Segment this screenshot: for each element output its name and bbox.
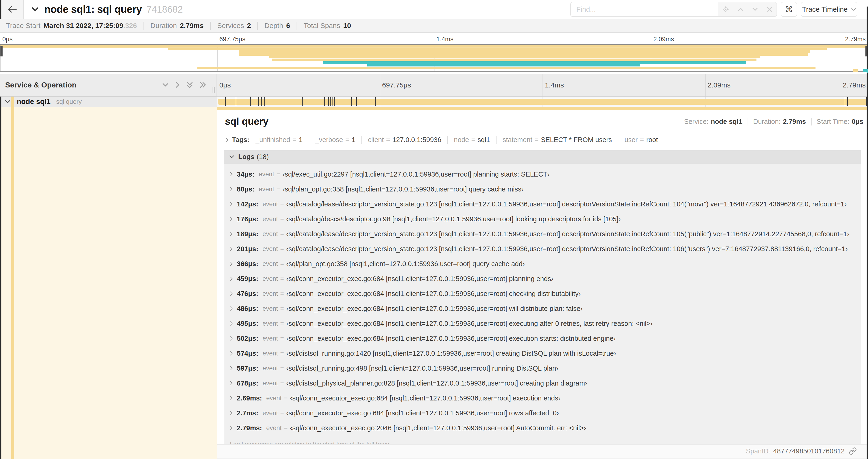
find-controls: [718, 2, 777, 16]
log-field-name: event: [262, 201, 278, 208]
log-event-marker: [351, 97, 352, 106]
log-entry-row[interactable]: 678μs: event = ‹sql/distsql_physical_pla…: [224, 376, 861, 391]
trace-title: node sql1: sql query: [44, 3, 142, 15]
trace-view-label: Trace Timeline: [802, 5, 848, 13]
timeline-tick-label: 1.4ms: [436, 36, 454, 43]
chevron-down-icon[interactable]: [229, 155, 235, 159]
chevron-right-icon[interactable]: [229, 425, 233, 431]
log-value: ‹sql/distsql_running.go:498 [nsql1,clien…: [286, 365, 558, 372]
minimap-span: [272, 59, 756, 61]
log-entry-row[interactable]: 495μs: event = ‹sql/conn_executor_exec.g…: [224, 316, 861, 331]
tag-equals: =: [532, 136, 541, 143]
logs-count: (18): [257, 153, 269, 161]
tag-equals: =: [290, 136, 299, 143]
summary-label: Total Spans: [304, 22, 340, 30]
logs-list: 34μs: event = ‹sql/exec_util.go:2297 [ns…: [224, 163, 861, 455]
minimap-drag-handle-left[interactable]: [0, 46, 3, 57]
log-equals: =: [278, 216, 286, 223]
log-entry-row[interactable]: 574μs: event = ‹sql/distsql_running.go:1…: [224, 346, 861, 361]
chevron-right-icon[interactable]: [229, 321, 233, 326]
log-entry-row[interactable]: 2.7ms: event = ‹sql/conn_executor_exec.g…: [224, 405, 861, 421]
expand-all-icon[interactable]: [199, 81, 206, 88]
logs-title: Logs: [238, 153, 254, 161]
prev-match-icon[interactable]: [737, 7, 744, 12]
trace-summary-item: Duration 2.79ms: [144, 22, 204, 30]
tag-item: node=sql1: [447, 136, 490, 144]
chevron-right-icon[interactable]: [229, 231, 233, 236]
log-value: ‹sql/conn_executor_exec.go:684 [nsql1,cl…: [286, 409, 559, 417]
chevron-right-icon[interactable]: [229, 172, 233, 177]
log-equals: =: [274, 171, 283, 178]
find-input[interactable]: [571, 2, 718, 16]
timeline-tick-label: 0μs: [2, 36, 12, 43]
chevron-right-icon[interactable]: [229, 396, 233, 401]
span-row: node sql1 sql query: [0, 97, 868, 107]
page-scrollbar[interactable]: [867, 6, 868, 459]
focus-match-icon[interactable]: [722, 6, 729, 13]
log-entry-row[interactable]: 142μs: event = ‹sql/catalog/lease/descri…: [224, 197, 861, 211]
tags-label: Tags:: [232, 136, 249, 144]
chevron-right-icon[interactable]: [225, 137, 229, 143]
back-button[interactable]: [1, 0, 24, 19]
log-entry-row[interactable]: 201μs: event = ‹sql/catalog/lease/descri…: [224, 241, 861, 256]
chevron-right-icon[interactable]: [229, 411, 233, 416]
log-entry-row[interactable]: 597μs: event = ‹sql/distsql_running.go:4…: [224, 361, 861, 376]
chevron-right-icon[interactable]: [229, 217, 233, 222]
chevron-right-icon[interactable]: [229, 366, 233, 371]
log-entry-row[interactable]: 2.69ms: event = ‹sql/conn_executor_exec.…: [224, 391, 861, 405]
chevron-right-icon[interactable]: [229, 187, 233, 192]
chevron-right-icon[interactable]: [229, 276, 233, 281]
chevron-right-icon[interactable]: [229, 201, 233, 207]
span-id-value: 4877749850101760812: [773, 447, 845, 455]
log-entry-row[interactable]: 80μs: event = ‹sql/plan_opt.go:358 [nsql…: [224, 182, 861, 197]
log-field-name: event: [262, 409, 278, 417]
next-match-icon[interactable]: [752, 7, 758, 12]
log-field-name: event: [262, 380, 278, 387]
column-resizer[interactable]: [213, 87, 215, 93]
chevron-right-icon[interactable]: [229, 261, 233, 266]
tags-section[interactable]: Tags: _unfinished=1 _verbose=1 client=12…: [217, 131, 868, 147]
log-entry-row[interactable]: 366μs: event = ‹sql/plan_opt.go:358 [nsq…: [224, 256, 861, 271]
log-value: ‹sql/catalog/lease/descriptor_version_st…: [286, 200, 847, 208]
chevron-right-icon[interactable]: [229, 381, 233, 386]
expand-one-icon[interactable]: [175, 81, 180, 88]
clear-find-icon[interactable]: [767, 6, 773, 12]
trace-view-selector[interactable]: Trace Timeline: [801, 2, 857, 17]
span-row-name-cell[interactable]: node sql1 sql query: [0, 97, 217, 107]
chevron-down-icon[interactable]: [31, 6, 39, 12]
log-entry-row[interactable]: 2.79ms: event = ‹sql/conn_executor_exec.…: [224, 421, 861, 435]
keyboard-shortcuts-button[interactable]: ⌘: [781, 2, 797, 17]
minimap-span: [239, 53, 808, 56]
chevron-right-icon[interactable]: [229, 351, 233, 356]
log-timestamp: 2.69ms:: [237, 394, 262, 402]
logs-header[interactable]: Logs (18): [224, 151, 861, 163]
log-value: ‹sql/plan_opt.go:358 [nsql1,client=127.0…: [283, 186, 524, 193]
log-value: ‹sql/distsql_physical_planner.go:828 [ns…: [286, 380, 587, 387]
operation-name: sql query: [56, 98, 82, 105]
log-entry-row[interactable]: 34μs: event = ‹sql/exec_util.go:2297 [ns…: [224, 167, 861, 182]
log-equals: =: [282, 424, 290, 432]
log-entry-row[interactable]: 189μs: event = ‹sql/catalog/lease/descri…: [224, 226, 861, 241]
log-equals: =: [278, 230, 286, 238]
log-entry-row[interactable]: 486μs: event = ‹sql/conn_executor_exec.g…: [224, 301, 861, 316]
log-field-name: event: [259, 171, 274, 178]
chevron-right-icon[interactable]: [229, 336, 233, 341]
link-icon[interactable]: [849, 447, 857, 455]
log-timestamp: 574μs:: [237, 350, 258, 357]
collapse-all-icon[interactable]: [186, 81, 193, 88]
collapse-one-icon[interactable]: [162, 82, 169, 88]
log-entry-row[interactable]: 502μs: event = ‹sql/conn_executor_exec.g…: [224, 331, 861, 346]
log-entry-row[interactable]: 176μs: event = ‹sql/catalog/descs/descri…: [224, 211, 861, 226]
chevron-down-icon[interactable]: [5, 100, 11, 104]
top-bar: node sql1: sql query 7418682 ⌘: [0, 0, 868, 19]
tag-value: 1: [299, 136, 302, 143]
log-event-marker: [324, 97, 325, 106]
log-entry-row[interactable]: 476μs: event = ‹sql/conn_executor_exec.g…: [224, 286, 861, 301]
chevron-right-icon[interactable]: [229, 306, 233, 311]
window-edge-left: [0, 0, 1, 19]
log-entry-row[interactable]: 459μs: event = ‹sql/conn_executor_exec.g…: [224, 271, 861, 286]
chevron-right-icon[interactable]: [229, 246, 233, 252]
chevron-right-icon[interactable]: [229, 291, 233, 296]
trace-title-group: node sql1: sql query 7418682: [31, 0, 183, 19]
minimap-canvas[interactable]: [0, 44, 868, 72]
